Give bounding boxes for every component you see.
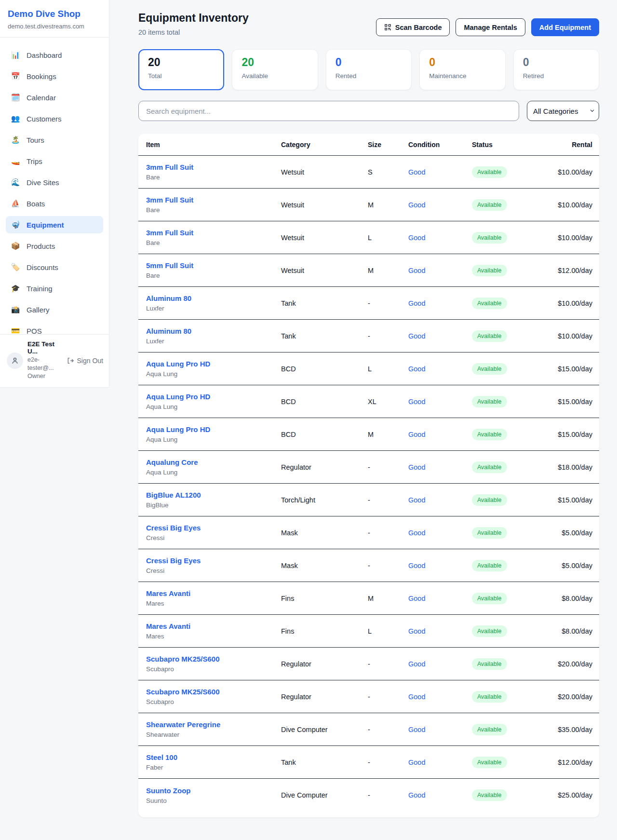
condition-link[interactable]: Good bbox=[408, 562, 472, 569]
item-name-link[interactable]: BigBlue AL1200 bbox=[146, 491, 281, 499]
stat-value: 20 bbox=[241, 57, 308, 68]
item-name-link[interactable]: 3mm Full Suit bbox=[146, 229, 281, 237]
status-badge: Available bbox=[472, 429, 507, 440]
rental-cell: $10.00/day bbox=[549, 168, 592, 176]
sidebar-item-gallery[interactable]: 📸Gallery bbox=[6, 301, 103, 318]
search-input[interactable] bbox=[138, 101, 519, 121]
item-name-link[interactable]: Scubapro MK25/S600 bbox=[146, 688, 281, 696]
sidebar-item-products[interactable]: 📦Products bbox=[6, 237, 103, 255]
item-brand: Bare bbox=[146, 272, 281, 279]
scan-barcode-button[interactable]: Scan Barcode bbox=[376, 18, 450, 36]
condition-link[interactable]: Good bbox=[408, 201, 472, 209]
add-equipment-button[interactable]: Add Equipment bbox=[531, 18, 599, 36]
item-name-link[interactable]: Mares Avanti bbox=[146, 589, 281, 597]
stat-card-total[interactable]: 20Total bbox=[138, 49, 224, 90]
condition-link[interactable]: Good bbox=[408, 660, 472, 668]
avatar bbox=[7, 352, 23, 369]
brand-name[interactable]: Demo Dive Shop bbox=[8, 9, 101, 19]
sidebar-item-training[interactable]: 🎓Training bbox=[6, 280, 103, 297]
item-name-link[interactable]: Shearwater Peregrine bbox=[146, 720, 281, 729]
category-cell: Wetsuit bbox=[281, 201, 368, 209]
table-row: Scubapro MK25/S600 Scubapro Regulator - … bbox=[138, 680, 599, 713]
sidebar-item-tours[interactable]: 🏝️Tours bbox=[6, 131, 103, 149]
item-brand: Faber bbox=[146, 764, 281, 771]
stat-card-rented[interactable]: 0Rented bbox=[326, 49, 412, 90]
category-select[interactable]: All Categories bbox=[527, 101, 599, 121]
size-cell: - bbox=[368, 299, 408, 307]
size-cell: M bbox=[368, 595, 408, 602]
rental-cell: $20.00/day bbox=[549, 693, 592, 701]
category-cell: Wetsuit bbox=[281, 267, 368, 274]
sidebar-item-dive-sites[interactable]: 🌊Dive Sites bbox=[6, 174, 103, 191]
condition-link[interactable]: Good bbox=[408, 398, 472, 406]
item-name-link[interactable]: 3mm Full Suit bbox=[146, 163, 281, 171]
sidebar-item-dashboard[interactable]: 📊Dashboard bbox=[6, 46, 103, 64]
stat-card-maintenance[interactable]: 0Maintenance bbox=[419, 49, 505, 90]
size-cell: - bbox=[368, 726, 408, 733]
item-name-link[interactable]: Aqua Lung Pro HD bbox=[146, 360, 281, 368]
sidebar-item-bookings[interactable]: 📅Bookings bbox=[6, 68, 103, 85]
dive-sites-icon: 🌊 bbox=[11, 178, 20, 187]
sign-out-button[interactable]: Sign Out bbox=[67, 357, 103, 365]
condition-link[interactable]: Good bbox=[408, 365, 472, 373]
item-name-link[interactable]: Scubapro MK25/S600 bbox=[146, 655, 281, 663]
condition-link[interactable]: Good bbox=[408, 332, 472, 340]
sidebar-item-equipment[interactable]: 🤿Equipment bbox=[6, 216, 103, 233]
condition-link[interactable]: Good bbox=[408, 529, 472, 537]
item-name-link[interactable]: Aluminum 80 bbox=[146, 294, 281, 302]
size-cell: - bbox=[368, 529, 408, 537]
item-brand: BigBlue bbox=[146, 501, 281, 509]
manage-rentals-button[interactable]: Manage Rentals bbox=[456, 18, 525, 36]
sidebar-item-discounts[interactable]: 🏷️Discounts bbox=[6, 258, 103, 276]
category-cell: Tank bbox=[281, 299, 368, 307]
item-name-link[interactable]: Cressi Big Eyes bbox=[146, 556, 281, 565]
item-name-link[interactable]: 5mm Full Suit bbox=[146, 261, 281, 270]
sidebar-item-label: Trips bbox=[27, 157, 42, 165]
condition-link[interactable]: Good bbox=[408, 496, 472, 504]
item-name-link[interactable]: Aluminum 80 bbox=[146, 327, 281, 335]
column-header-status: Status bbox=[472, 141, 549, 149]
table-body: 3mm Full Suit Bare Wetsuit S Good Availa… bbox=[138, 156, 599, 812]
condition-link[interactable]: Good bbox=[408, 234, 472, 242]
condition-link[interactable]: Good bbox=[408, 168, 472, 176]
item-name-link[interactable]: Cressi Big Eyes bbox=[146, 524, 281, 532]
brand-domain: demo.test.divestreams.com bbox=[8, 23, 101, 30]
rental-cell: $12.00/day bbox=[549, 759, 592, 766]
status-badge: Available bbox=[472, 625, 507, 637]
category-cell: Torch/Light bbox=[281, 496, 368, 504]
condition-link[interactable]: Good bbox=[408, 759, 472, 766]
size-cell: - bbox=[368, 759, 408, 766]
table-row: 3mm Full Suit Bare Wetsuit S Good Availa… bbox=[138, 156, 599, 189]
condition-link[interactable]: Good bbox=[408, 726, 472, 733]
sidebar-item-calendar[interactable]: 🗓️Calendar bbox=[6, 89, 103, 106]
condition-link[interactable]: Good bbox=[408, 791, 472, 799]
condition-link[interactable]: Good bbox=[408, 627, 472, 635]
equipment-table: Item Category Size Condition Status Rent… bbox=[138, 134, 599, 817]
sidebar-item-trips[interactable]: 🚤Trips bbox=[6, 152, 103, 170]
stat-card-available[interactable]: 20Available bbox=[232, 49, 318, 90]
status-badge: Available bbox=[472, 527, 507, 539]
item-name-link[interactable]: Mares Avanti bbox=[146, 622, 281, 630]
item-name-link[interactable]: Suunto Zoop bbox=[146, 786, 281, 795]
item-name-link[interactable]: Aqualung Core bbox=[146, 458, 281, 466]
category-cell: Wetsuit bbox=[281, 168, 368, 176]
item-name-link[interactable]: Aqua Lung Pro HD bbox=[146, 393, 281, 401]
status-badge: Available bbox=[472, 232, 507, 244]
size-cell: - bbox=[368, 496, 408, 504]
condition-link[interactable]: Good bbox=[408, 693, 472, 701]
item-name-link[interactable]: Steel 100 bbox=[146, 753, 281, 761]
item-name-link[interactable]: 3mm Full Suit bbox=[146, 196, 281, 204]
stat-card-retired[interactable]: 0Retired bbox=[513, 49, 599, 90]
status-badge: Available bbox=[472, 560, 507, 571]
stat-label: Total bbox=[148, 72, 215, 80]
sidebar-item-boats[interactable]: ⛵Boats bbox=[6, 195, 103, 212]
condition-link[interactable]: Good bbox=[408, 463, 472, 471]
condition-link[interactable]: Good bbox=[408, 431, 472, 438]
rental-cell: $10.00/day bbox=[549, 332, 592, 340]
condition-link[interactable]: Good bbox=[408, 595, 472, 602]
sidebar-item-customers[interactable]: 👥Customers bbox=[6, 110, 103, 127]
item-name-link[interactable]: Aqua Lung Pro HD bbox=[146, 425, 281, 434]
condition-link[interactable]: Good bbox=[408, 299, 472, 307]
condition-link[interactable]: Good bbox=[408, 267, 472, 274]
rental-cell: $5.00/day bbox=[549, 562, 592, 569]
